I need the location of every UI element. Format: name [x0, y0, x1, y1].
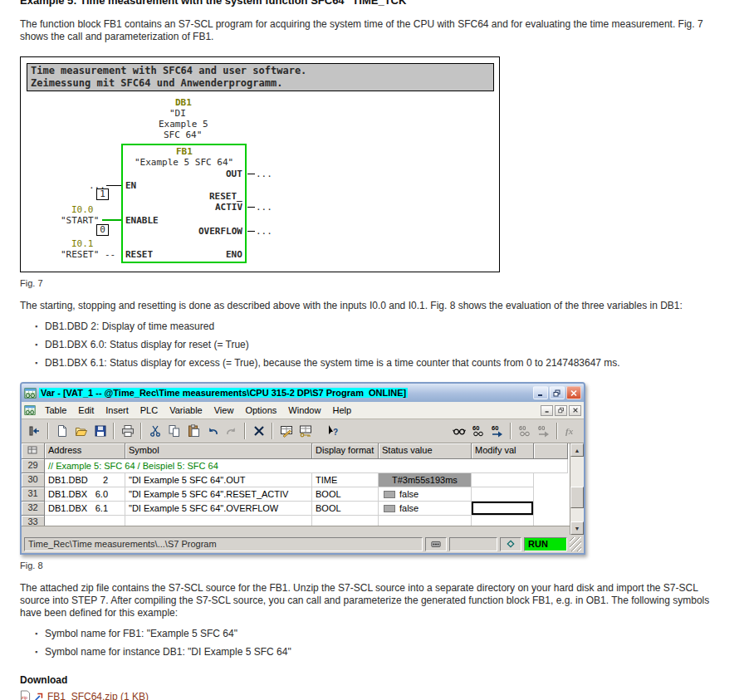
symbol-cell[interactable]: "DI Example 5 SFC 64".OUT [125, 473, 312, 487]
status-path-panel: Time_Rec\Time measurements\...\S7 Progra… [24, 537, 423, 551]
save-icon[interactable] [91, 422, 110, 440]
redo-icon[interactable] [222, 422, 241, 440]
filler-cell [534, 502, 568, 516]
column-header-address[interactable]: Address [45, 443, 125, 459]
bool-indicator [384, 491, 395, 498]
mdi-close-button[interactable] [569, 405, 581, 416]
pin-enable: ENABLE [125, 215, 159, 226]
menu-view[interactable]: View [208, 404, 240, 417]
status-bar: Time_Rec\Time measurements\...\S7 Progra… [22, 535, 584, 553]
column-header-status-value[interactable]: Status value [379, 443, 472, 459]
modify-trigger-icon[interactable] [487, 422, 507, 440]
paragraph-2: The starting, stopping and resetting is … [20, 300, 727, 312]
minimize-button[interactable] [533, 386, 548, 399]
close-button[interactable] [566, 386, 581, 399]
status-value-cell[interactable]: false [379, 502, 472, 516]
monitor-trigger-60-icon[interactable] [468, 422, 487, 440]
comment-cell[interactable]: // Example 5: SFC 64 / Beispiel 5: SFC 6… [45, 459, 568, 473]
row-number[interactable]: 29 [22, 459, 45, 473]
trigger-status-panel [500, 537, 521, 551]
row-number[interactable]: 33 [22, 516, 45, 526]
address-text: DB1.DBX [48, 489, 87, 501]
restore-button[interactable] [550, 386, 565, 399]
address-cell[interactable]: DB1.DBD2 [45, 473, 125, 487]
format-cell[interactable]: TIME [312, 473, 379, 487]
menu-variable[interactable]: Variable [164, 404, 208, 417]
open-icon[interactable] [71, 422, 91, 440]
modify-value-cell[interactable] [472, 516, 534, 526]
out-connector-line [247, 174, 255, 174]
status-value-cell[interactable]: false [379, 487, 472, 502]
enable-signal-line [102, 219, 121, 221]
format-cell[interactable]: BOOL [312, 502, 379, 516]
scroll-up-icon[interactable]: ▲ [570, 443, 584, 457]
mdi-minimize-button[interactable] [541, 405, 553, 416]
resize-grip[interactable] [570, 537, 581, 551]
vat-window: Var - [VAT_1 -- @Time_Rec\Time measureme… [20, 382, 585, 555]
vertical-scrollbar[interactable]: ▲ ▼ [570, 443, 584, 535]
scrollbar-thumb[interactable] [570, 487, 584, 508]
status-modify-icon[interactable] [296, 422, 315, 440]
monitor-trigger-60-disabled-icon[interactable] [515, 422, 534, 440]
address-offset: 6.1 [95, 503, 108, 515]
symbol-cell[interactable] [125, 516, 312, 526]
column-header-symbol[interactable]: Symbol [125, 443, 312, 459]
toolbar-separator [47, 423, 49, 439]
status-value-cell[interactable] [379, 516, 472, 526]
help-cursor-icon[interactable] [323, 422, 342, 440]
cut-icon[interactable] [145, 422, 164, 440]
table-header-row: Address Symbol Display format Status val… [22, 443, 568, 459]
diagram-header-line1: Time measurement with SFC64 and user sof… [31, 65, 490, 77]
modify-value-cell[interactable] [472, 473, 534, 487]
diagram-header-line2: Zeimessung mit SFC64 und Anwenderprogram… [31, 77, 490, 90]
scroll-down-icon[interactable]: ▼ [570, 521, 584, 535]
format-cell[interactable] [312, 516, 379, 526]
modify-trigger-disabled-icon[interactable] [534, 422, 553, 440]
monitor-glasses-icon[interactable] [449, 422, 468, 440]
new-table-icon[interactable] [52, 422, 71, 440]
menu-help[interactable]: Help [326, 404, 357, 417]
menu-insert[interactable]: Insert [100, 404, 135, 417]
paste-icon[interactable] [184, 422, 203, 440]
paragraph-3: The attached zip file contains the S7-SC… [20, 582, 727, 619]
row-number[interactable]: 31 [22, 487, 45, 502]
column-header-display-format[interactable]: Display format [312, 443, 379, 459]
copy-icon[interactable] [164, 422, 184, 440]
modify-value-cell[interactable] [472, 487, 534, 502]
list-item: DB1.DBD 2: Display of time measured [35, 321, 727, 332]
menu-options[interactable]: Options [239, 404, 282, 417]
column-header-modify-val[interactable]: Modify val [472, 443, 534, 459]
symbol-cell[interactable]: "DI Example 5 SFC 64".OVERFLOW [125, 502, 312, 516]
start-name: "START" [61, 215, 99, 226]
undo-icon[interactable] [203, 422, 222, 440]
reset-address: I0.1 [71, 238, 94, 249]
download-link[interactable]: FB1_SFC64.zip (1 KB) [47, 691, 149, 700]
address-cell[interactable]: DB1.DBX6.0 [45, 487, 125, 502]
status-display-icon[interactable] [277, 422, 296, 440]
table-row: 31 DB1.DBX6.0 "DI Example 5 SFC 64".RESE… [22, 487, 568, 502]
row-number[interactable]: 30 [22, 473, 45, 487]
download-row: FB1_SFC64.zip (1 KB) [20, 690, 727, 700]
title-bar[interactable]: Var - [VAT_1 -- @Time_Rec\Time measureme… [22, 384, 584, 402]
dock-icon[interactable] [25, 422, 44, 440]
print-icon[interactable] [118, 422, 137, 440]
filler-cell [534, 516, 568, 526]
menu-edit[interactable]: Edit [72, 404, 100, 417]
mdi-restore-button[interactable] [555, 405, 567, 416]
pin-activ: ACTIV [215, 202, 242, 213]
modify-value-cell-focused[interactable] [472, 502, 534, 516]
row-selector-header[interactable] [22, 443, 45, 459]
symbol-cell[interactable]: "DI Example 5 SFC 64".RESET_ACTIV [125, 487, 312, 502]
formula-fx-icon[interactable] [561, 422, 580, 440]
menu-plc[interactable]: PLC [135, 404, 164, 417]
symbols-list: Symbol name for FB1: "Example 5 SFC 64" … [35, 628, 727, 658]
status-value-cell[interactable]: T#3m55s193ms [379, 473, 472, 487]
format-cell[interactable]: BOOL [312, 487, 379, 502]
menu-window[interactable]: Window [282, 404, 326, 417]
delete-icon[interactable] [249, 422, 268, 440]
row-number[interactable]: 32 [22, 502, 45, 516]
overflow-dots: ... [256, 226, 272, 237]
address-cell[interactable] [45, 516, 125, 526]
menu-table[interactable]: Table [39, 404, 72, 417]
address-cell[interactable]: DB1.DBX6.1 [45, 502, 125, 516]
